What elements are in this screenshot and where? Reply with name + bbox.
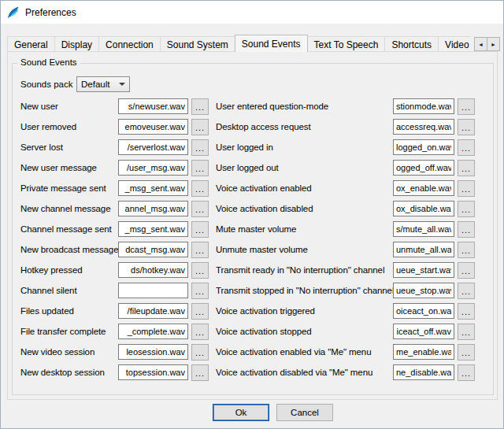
sound-event-file-input[interactable] xyxy=(393,242,454,257)
tab-text-to-speech[interactable]: Text To Speech xyxy=(307,36,386,52)
window-title: Preferences xyxy=(25,7,76,18)
sound-events-group: Sound Events Sounds pack Default New use… xyxy=(12,63,494,395)
sounds-pack-value: Default xyxy=(81,80,109,89)
browse-button[interactable]: ... xyxy=(458,180,475,197)
sound-event-file-input[interactable] xyxy=(393,364,454,380)
sound-event-file-input[interactable] xyxy=(393,180,454,196)
browse-button[interactable]: ... xyxy=(458,201,475,217)
sound-event-file-input[interactable] xyxy=(393,139,454,155)
sounds-pack-select[interactable]: Default xyxy=(76,76,130,92)
cancel-button[interactable]: Cancel xyxy=(276,404,333,421)
sound-event-file-input[interactable] xyxy=(118,283,188,298)
sound-event-file-input[interactable] xyxy=(118,242,188,257)
browse-button[interactable]: ... xyxy=(191,283,209,299)
sound-event-file-input[interactable] xyxy=(393,324,454,339)
sound-event-file-input[interactable] xyxy=(118,221,188,237)
browse-button[interactable]: ... xyxy=(458,364,475,381)
sound-event-file-input[interactable] xyxy=(393,221,454,237)
tab-scroll-right-button[interactable]: ► xyxy=(487,37,500,51)
tab-general[interactable]: General xyxy=(7,36,55,52)
sound-event-file-input[interactable] xyxy=(118,201,188,216)
sound-event-file-input[interactable] xyxy=(118,303,188,319)
browse-button[interactable]: ... xyxy=(458,160,475,176)
sound-event-file-input[interactable] xyxy=(118,324,188,339)
sound-event-file-input[interactable] xyxy=(118,180,188,196)
sound-event-label: Channel message sent xyxy=(20,224,112,234)
events-left-column: New user...User removed...Server lost...… xyxy=(20,98,214,384)
browse-button[interactable]: ... xyxy=(191,303,209,320)
chevron-down-icon xyxy=(119,83,125,86)
browse-button[interactable]: ... xyxy=(191,262,209,279)
tab-video[interactable]: Video xyxy=(438,36,470,52)
sound-event-label: Mute master volume xyxy=(216,224,296,234)
browse-button[interactable]: ... xyxy=(458,303,475,320)
sound-event-file-input[interactable] xyxy=(393,303,454,319)
browse-button[interactable]: ... xyxy=(191,201,209,217)
browse-button[interactable]: ... xyxy=(458,98,475,115)
sound-event-row: New user... xyxy=(20,98,214,118)
tab-sound-events[interactable]: Sound Events xyxy=(235,35,308,52)
browse-button[interactable]: ... xyxy=(458,344,475,361)
sound-event-label: Channel silent xyxy=(20,286,76,295)
tab-shortcuts[interactable]: Shortcuts xyxy=(384,36,439,52)
sound-event-file-input[interactable] xyxy=(393,98,454,114)
sound-event-file-input[interactable] xyxy=(118,160,188,176)
tab-connection[interactable]: Connection xyxy=(98,36,161,52)
sound-event-file-input[interactable] xyxy=(393,201,454,216)
browse-button[interactable]: ... xyxy=(458,139,475,156)
browse-button[interactable]: ... xyxy=(191,242,209,258)
browse-button[interactable]: ... xyxy=(458,242,475,258)
sound-event-row: User logged out... xyxy=(216,159,480,179)
sound-event-row: User entered question-mode... xyxy=(216,98,480,118)
browse-button[interactable]: ... xyxy=(191,160,209,176)
sound-event-row: Voice activation triggered... xyxy=(216,302,480,323)
browse-button[interactable]: ... xyxy=(458,221,475,238)
browse-button[interactable]: ... xyxy=(191,180,209,197)
titlebar[interactable]: Preferences xyxy=(1,1,503,24)
sound-event-label: Unmute master volume xyxy=(216,245,308,254)
sound-event-row: Desktop access request... xyxy=(216,118,480,139)
sound-event-file-input[interactable] xyxy=(393,283,454,298)
browse-button[interactable]: ... xyxy=(191,139,209,156)
browse-button[interactable]: ... xyxy=(458,119,475,135)
browse-button[interactable]: ... xyxy=(191,119,209,135)
browse-button[interactable]: ... xyxy=(458,324,475,340)
sound-event-row: New desktop session... xyxy=(20,364,214,384)
sound-event-file-input[interactable] xyxy=(393,344,454,360)
browse-button[interactable]: ... xyxy=(191,344,209,361)
sound-event-file-input[interactable] xyxy=(118,119,188,135)
sound-event-file-input[interactable] xyxy=(118,262,188,278)
browse-button[interactable]: ... xyxy=(191,324,209,340)
browse-button[interactable]: ... xyxy=(458,283,475,299)
sound-event-label: Desktop access request xyxy=(216,122,311,131)
sound-event-row: User logged in... xyxy=(216,139,480,159)
sound-event-label: File transfer complete xyxy=(20,327,106,336)
browse-button[interactable]: ... xyxy=(191,221,209,238)
sound-event-label: Voice activation enabled via "Me" menu xyxy=(216,347,371,357)
sound-event-file-input[interactable] xyxy=(393,119,454,135)
sound-event-row: Transmit ready in "No interruption" chan… xyxy=(216,261,480,282)
tab-scroll-left-button[interactable]: ◄ xyxy=(474,37,487,51)
sound-event-label: New user message xyxy=(20,163,97,172)
sound-event-file-input[interactable] xyxy=(118,364,188,380)
sounds-pack-label: Sounds pack xyxy=(20,80,73,89)
browse-button[interactable]: ... xyxy=(191,364,209,381)
sound-event-file-input[interactable] xyxy=(393,160,454,176)
sound-event-file-input[interactable] xyxy=(393,262,454,278)
sound-event-file-input[interactable] xyxy=(118,344,188,360)
sound-event-label: Voice activation enabled xyxy=(216,183,312,193)
ok-button[interactable]: Ok xyxy=(213,404,269,421)
sound-event-file-input[interactable] xyxy=(118,139,188,155)
tab-sound-system[interactable]: Sound System xyxy=(160,36,235,52)
tab-display[interactable]: Display xyxy=(54,36,99,52)
sound-event-label: Transmit ready in "No interruption" chan… xyxy=(216,265,384,275)
sound-event-file-input[interactable] xyxy=(118,98,188,114)
sound-event-label: New channel message xyxy=(20,204,110,213)
sound-event-row: Voice activation disabled... xyxy=(216,200,480,220)
sound-event-label: Voice activation stopped xyxy=(216,327,312,336)
browse-button[interactable]: ... xyxy=(458,262,475,279)
browse-button[interactable]: ... xyxy=(191,98,209,115)
sound-event-label: Server lost xyxy=(20,142,63,152)
sound-event-row: New broadcast message... xyxy=(20,241,214,261)
sound-event-row: New user message... xyxy=(20,159,214,179)
